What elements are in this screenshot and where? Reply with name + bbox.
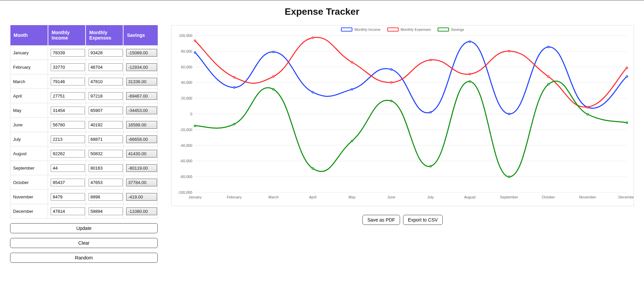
chart-line [195,37,627,107]
income-input[interactable] [51,150,85,158]
legend-item-expenses[interactable]: Monthly Expenses [387,27,431,32]
chart-point[interactable] [626,67,628,69]
chart-point[interactable] [508,113,510,115]
cell-expenses [86,161,123,175]
chart-point[interactable] [312,92,314,93]
expenses-input[interactable] [89,193,123,201]
chart-point[interactable] [430,166,432,167]
chart-point[interactable] [508,50,510,52]
svg-text:-80,000: -80,000 [180,175,192,179]
chart-point[interactable] [548,46,549,48]
savings-output [126,193,157,201]
expenses-input[interactable] [89,92,123,100]
cell-expenses [86,118,123,132]
table-row: February [10,60,158,74]
legend-item-income[interactable]: Monthly Income [341,27,381,32]
chart-point[interactable] [351,140,353,142]
expenses-input[interactable] [89,179,123,186]
savings-output [126,107,157,114]
chart-point[interactable] [194,125,196,127]
chart-point[interactable] [234,123,235,125]
cell-savings [123,161,157,175]
income-input[interactable] [51,179,85,186]
legend-label-expenses: Monthly Expenses [401,27,431,32]
income-input[interactable] [51,49,85,57]
table-row: December [10,204,158,219]
svg-text:October: October [542,195,555,199]
update-button[interactable]: Update [10,223,158,233]
cell-expenses [86,103,123,118]
chart-point[interactable] [273,88,275,90]
chart-point[interactable] [548,76,549,77]
expenses-input[interactable] [89,121,123,129]
expenses-input[interactable] [89,135,123,143]
expenses-input[interactable] [89,63,123,71]
savings-output [126,121,157,129]
svg-text:December: December [618,195,634,199]
random-button[interactable]: Random [10,253,158,263]
chart-point[interactable] [391,100,392,102]
income-input[interactable] [51,121,85,129]
cell-month: November [10,190,48,204]
expenses-input[interactable] [89,164,123,172]
cell-month: April [10,89,48,103]
chart-point[interactable] [587,106,589,108]
chart-point[interactable] [469,81,471,82]
cell-expenses [86,89,123,103]
chart-point[interactable] [430,59,432,61]
clear-button[interactable]: Clear [10,238,158,248]
chart-point[interactable] [312,168,314,169]
svg-text:80,000: 80,000 [181,49,192,53]
col-savings: Savings [123,25,157,46]
chart-line [195,42,627,114]
cell-savings [123,132,157,146]
expenses-input[interactable] [89,107,123,114]
chart-point[interactable] [273,51,275,53]
expense-table: Month Monthly Income Monthly Expenses Sa… [10,25,158,219]
chart-point[interactable] [626,122,628,124]
chart-point[interactable] [430,111,432,113]
col-expenses: Monthly Expenses [86,25,123,46]
export-csv-button[interactable]: Export to CSV [403,215,443,225]
chart-point[interactable] [508,176,510,178]
income-input[interactable] [51,164,85,172]
cell-savings [123,175,157,190]
cell-income [48,132,86,146]
chart-plot: -100,000-80,000-60,000-40,000-20,000020,… [171,32,634,202]
chart-point[interactable] [469,41,471,43]
svg-text:June: June [387,195,395,199]
page-title: Expense Tracker [0,6,644,17]
chart-point[interactable] [234,87,235,88]
chart-point[interactable] [351,88,353,90]
chart-point[interactable] [548,83,549,85]
expenses-input[interactable] [89,49,123,57]
chart-point[interactable] [312,37,314,39]
expenses-input[interactable] [89,150,123,158]
chart-point[interactable] [626,76,628,77]
income-input[interactable] [51,63,85,71]
svg-text:-40,000: -40,000 [180,143,192,147]
chart-point[interactable] [273,76,275,77]
expenses-input[interactable] [89,207,123,215]
cell-savings [123,89,157,103]
chart-point[interactable] [194,40,196,42]
income-input[interactable] [51,78,85,85]
income-input[interactable] [51,193,85,201]
chart-point[interactable] [194,52,196,53]
chart-point[interactable] [391,82,392,83]
savings-output [126,164,157,172]
income-input[interactable] [51,207,85,215]
chart-point[interactable] [391,69,392,70]
save-pdf-button[interactable]: Save as PDF [362,215,400,225]
income-input[interactable] [51,135,85,143]
cell-month: March [10,74,48,89]
expenses-input[interactable] [89,78,123,85]
chart-point[interactable] [587,114,589,115]
income-input[interactable] [51,92,85,100]
chart-point[interactable] [469,73,471,75]
income-input[interactable] [51,107,85,114]
chart-point[interactable] [351,61,353,63]
legend-item-savings[interactable]: Savings [438,27,464,32]
chart-point[interactable] [234,76,235,78]
cell-expenses [86,204,123,219]
